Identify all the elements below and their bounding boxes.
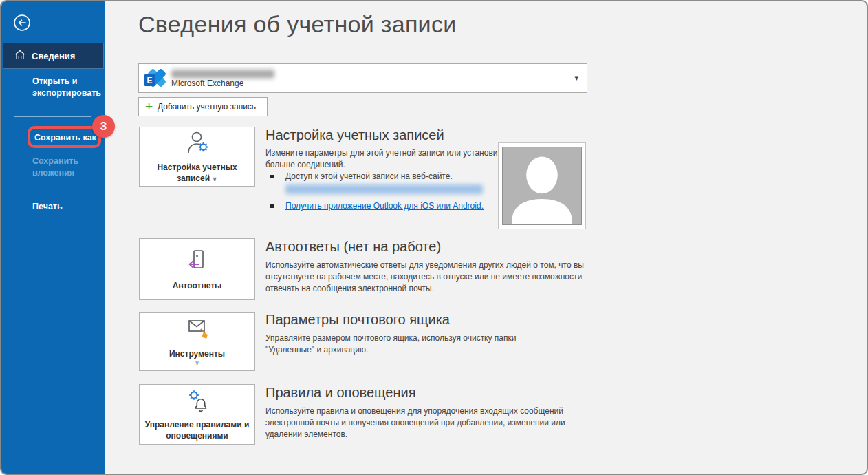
get-outlook-app-link[interactable]: Получить приложение Outlook для iOS или …	[285, 201, 484, 211]
chevron-down-icon: ∨	[195, 359, 199, 366]
tile-label: Инструменты	[169, 348, 225, 359]
manage-rules-alerts-button[interactable]: Управление правилами и оповещениями	[139, 384, 255, 445]
back-arrow-icon	[13, 22, 31, 34]
bullet-square-icon	[270, 204, 274, 208]
gear-bell-icon	[184, 388, 211, 416]
section-heading-account-settings: Настройка учетных записей	[265, 127, 444, 143]
dropdown-caret-icon[interactable]: ▾	[574, 73, 578, 82]
sidebar-item-print[interactable]: Печать	[1, 201, 105, 213]
bullet-square-icon	[270, 175, 274, 178]
tile-label: Управление правилами и оповещениями	[142, 419, 252, 441]
sidebar-item-label: Печать	[32, 202, 63, 211]
account-settings-button[interactable]: Настройка учетных записей ∨	[139, 127, 255, 187]
section-heading-mailbox-settings: Параметры почтового ящика	[265, 312, 450, 328]
plus-icon: +	[145, 100, 153, 113]
door-arrow-icon	[184, 247, 211, 277]
sidebar-item-info[interactable]: Сведения	[3, 43, 104, 69]
outlook-backstage-window: Сведения Открыть и экспортировать Сохран…	[0, 0, 868, 475]
person-gear-icon	[184, 130, 211, 159]
automatic-replies-button[interactable]: Автоответы	[139, 238, 255, 300]
add-account-button[interactable]: + Добавить учетную запись	[138, 97, 268, 116]
profile-photo-placeholder	[498, 142, 586, 229]
chevron-down-icon: ∨	[212, 176, 217, 182]
bullet-text: Доступ к этой учетной записи на веб-сайт…	[285, 171, 453, 181]
avatar-silhouette-icon	[502, 147, 582, 225]
section-heading-rules-alerts: Правила и оповещения	[265, 385, 416, 401]
tools-button[interactable]: Инструменты ∨	[139, 312, 255, 371]
exchange-logo-icon: E	[144, 67, 169, 94]
bullet-web-access: Доступ к этой учетной записи на веб-сайт…	[270, 171, 453, 181]
bullet-get-app: Получить приложение Outlook для iOS или …	[270, 201, 484, 211]
owa-link-redacted[interactable]	[285, 184, 483, 194]
section-body: Используйте автоматические ответы для ув…	[265, 260, 615, 295]
add-account-label: Добавить учетную запись	[158, 102, 256, 112]
section-body: Измените параметры для этой учетной запи…	[265, 147, 506, 171]
account-dropdown[interactable]: E Microsoft Exchange ▾	[138, 63, 587, 93]
step-number: 3	[100, 120, 107, 134]
back-button[interactable]	[13, 14, 31, 32]
account-email-redacted	[171, 70, 274, 78]
section-body: Управляйте размером почтового ящика, исп…	[265, 332, 563, 356]
sidebar-divider	[14, 116, 91, 117]
sidebar-item-label: Сохранить вложения	[32, 156, 78, 178]
svg-text:E: E	[147, 76, 152, 85]
sidebar-item-label: Сведения	[32, 50, 75, 62]
sidebar-item-label: Сохранить как	[34, 133, 96, 142]
sidebar-item-open-export[interactable]: Открыть и экспортировать	[1, 76, 105, 99]
section-body: Используйте правила и оповещения для упо…	[265, 405, 603, 441]
sidebar-item-save-attachments: Сохранить вложения	[1, 156, 105, 179]
mailbox-cleanup-icon	[184, 317, 211, 346]
page-title: Сведения об учетной записи	[138, 11, 456, 38]
sidebar-item-save-as[interactable]: Сохранить как	[1, 132, 105, 144]
sidebar-item-label: Открыть и экспортировать	[32, 76, 101, 98]
home-icon	[14, 50, 25, 63]
tile-label: Автоответы	[173, 280, 222, 291]
section-heading-auto-replies: Автоответы (нет на работе)	[265, 239, 441, 255]
account-provider-label: Microsoft Exchange	[171, 78, 243, 88]
tile-label: Настройка учетных записей ∨	[142, 162, 252, 184]
backstage-sidebar: Сведения Открыть и экспортировать Сохран…	[1, 1, 105, 474]
